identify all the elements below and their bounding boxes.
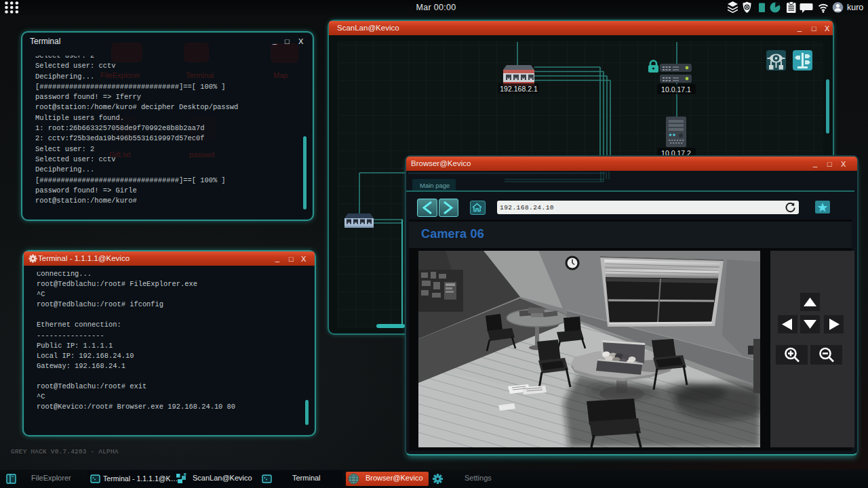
svg-text:10.0.17.1: 10.0.17.1 (661, 85, 691, 94)
svg-text:192.168.2.1: 192.168.2.1 (500, 85, 538, 93)
